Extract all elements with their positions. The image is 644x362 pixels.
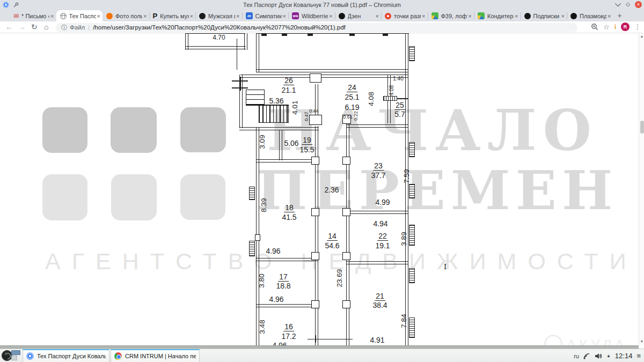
close-icon[interactable]: × bbox=[635, 1, 642, 8]
tab-5[interactable]: Мужская ве× bbox=[195, 10, 242, 21]
room-area: 37.7 bbox=[371, 171, 385, 180]
tab-close-icon[interactable]: × bbox=[283, 13, 286, 19]
app-launcher-icon[interactable] bbox=[2, 350, 12, 361]
tab-close-icon[interactable]: × bbox=[50, 13, 54, 19]
tab-close-icon[interactable]: × bbox=[236, 13, 239, 19]
address-bar[interactable]: ⓘ Файл | /home/user/Загрузки/Тех%20Паспо… bbox=[56, 23, 577, 32]
room-area: 41.5 bbox=[282, 213, 296, 221]
room-number: 26 bbox=[283, 76, 294, 85]
tab-close-icon[interactable]: × bbox=[561, 13, 565, 19]
window-title: Тех Паспорт Дуси Ковальчук 77 новый (1).… bbox=[0, 2, 644, 8]
new-tab-button[interactable]: + bbox=[613, 10, 626, 21]
desktop-pager-1[interactable] bbox=[11, 350, 20, 355]
dimension-label: 7.84 bbox=[400, 311, 408, 332]
tab-close-icon[interactable]: × bbox=[608, 13, 611, 19]
tab-favicon-icon: JD bbox=[246, 12, 253, 19]
tab-favicon-icon bbox=[199, 13, 206, 19]
wall-segment bbox=[309, 115, 322, 125]
tab-1[interactable]: ✉* Письмо «Г× bbox=[10, 10, 56, 21]
wall-segment bbox=[239, 75, 243, 128]
taskbar-button-1[interactable]: Тех Паспорт Дуси Ковальчук 77 н... bbox=[23, 349, 109, 362]
tab-13[interactable]: Плазмоиды× bbox=[567, 10, 613, 21]
stair-railing bbox=[246, 90, 265, 105]
wall-segment bbox=[347, 211, 408, 214]
tab-close-icon[interactable]: × bbox=[422, 13, 425, 19]
scrollbar-thumb[interactable] bbox=[640, 121, 644, 134]
network-icon[interactable] bbox=[583, 353, 590, 359]
room-area: 54.6 bbox=[325, 241, 339, 250]
menu-kebab-icon[interactable]: ⋮ bbox=[634, 23, 641, 31]
back-icon[interactable]: ← bbox=[5, 23, 13, 31]
dimension-label: 0.44 bbox=[309, 108, 319, 114]
tab-label: Тех Паспорт bbox=[69, 13, 96, 19]
room-number: 17 bbox=[278, 272, 289, 281]
tab-close-icon[interactable]: × bbox=[190, 13, 193, 19]
tab-close-icon[interactable]: × bbox=[97, 13, 100, 19]
floor-plan: 26 21.1 24 25.1 25 5.7 19 15.5 23 37.7 1… bbox=[0, 33, 639, 345]
tab-favicon-icon: WB bbox=[292, 12, 299, 19]
wall-segment bbox=[282, 33, 287, 36]
room-number: 23 bbox=[373, 161, 384, 170]
wall-segment bbox=[308, 33, 313, 36]
dimension-label: 4.96 bbox=[266, 247, 280, 255]
keyboard-layout[interactable]: ru bbox=[574, 353, 579, 359]
maximize-icon[interactable]: ◇ bbox=[626, 1, 630, 8]
tab-10[interactable]: Ф39, лофт-п× bbox=[428, 10, 474, 21]
dimension-label: 3.09 bbox=[258, 131, 266, 153]
taskbar-button-label: Тех Паспорт Дуси Ковальчук 77 н... bbox=[37, 353, 106, 359]
desktop-pager-2[interactable] bbox=[11, 356, 17, 360]
tab-6[interactable]: JDСимпатии× bbox=[242, 10, 289, 21]
tab-12[interactable]: Подписки× bbox=[521, 10, 567, 21]
dimension-label: 1.40 bbox=[393, 76, 403, 82]
tab-close-icon[interactable]: × bbox=[469, 13, 472, 19]
tab-favicon-icon bbox=[524, 13, 531, 19]
dimension-label: 4.08 bbox=[389, 80, 394, 101]
dimension-label: 8.39 bbox=[260, 195, 268, 216]
tab-8[interactable]: Дзен× bbox=[335, 10, 382, 21]
forward-icon[interactable]: → bbox=[18, 23, 26, 31]
scroll-up-icon[interactable]: ▲ bbox=[640, 34, 644, 38]
wall-segment bbox=[383, 33, 388, 36]
tab-close-icon[interactable]: × bbox=[329, 13, 332, 19]
wall-segment bbox=[311, 157, 319, 165]
dimension-label: 5.36 bbox=[269, 97, 283, 105]
tab-favicon-icon: P bbox=[153, 12, 158, 20]
pdf-page: НАЧАЛО ПЕРЕМЕН АГЕНТСТВО НЕДВИЖИМОСТИ АК… bbox=[0, 33, 639, 345]
vertical-scrollbar[interactable]: ▲ ▼ bbox=[639, 33, 644, 345]
tab-9[interactable]: точки разм× bbox=[381, 10, 428, 21]
tab-4[interactable]: PКупить муж× bbox=[149, 10, 196, 21]
tab-close-icon[interactable]: × bbox=[143, 13, 147, 19]
wall-segment bbox=[342, 208, 350, 216]
reload-icon[interactable]: ↻ bbox=[31, 23, 38, 31]
taskbar-button-2[interactable]: CRM INTRUM | Начало перемен, ... bbox=[111, 349, 200, 362]
wall-segment bbox=[256, 69, 408, 72]
tab-favicon-icon: ✉ bbox=[13, 12, 19, 20]
extension-icon[interactable]: i bbox=[614, 23, 616, 31]
profile-avatar[interactable]: R bbox=[621, 23, 630, 31]
url-scheme: Файл bbox=[70, 24, 85, 31]
tab-label: Мужская ве bbox=[208, 13, 235, 19]
tab-11[interactable]: Кондитерск× bbox=[474, 10, 521, 21]
wall-segment bbox=[409, 142, 415, 157]
tab-close-icon[interactable]: × bbox=[515, 13, 518, 19]
tray-menu-icon[interactable]: ≡ bbox=[636, 352, 641, 360]
scroll-down-icon[interactable]: ▼ bbox=[640, 339, 644, 343]
volume-icon[interactable] bbox=[595, 353, 602, 359]
bookmark-star-icon[interactable]: ☆ bbox=[603, 23, 610, 31]
wall-segment bbox=[409, 46, 415, 61]
tab-2[interactable]: Тех Паспорт× bbox=[56, 10, 103, 21]
chrome-icon bbox=[114, 352, 122, 360]
tab-label: * Письмо «Г bbox=[21, 13, 49, 19]
tab-label: точки разм bbox=[394, 13, 421, 19]
tray-expand-icon[interactable]: ▲ bbox=[606, 353, 611, 358]
room-number: 16 bbox=[283, 322, 294, 331]
home-icon[interactable]: ⌂ bbox=[44, 23, 48, 31]
wall-segment bbox=[255, 234, 260, 241]
tab-7[interactable]: WBWildberries× bbox=[288, 10, 335, 21]
page-info-icon[interactable]: ⓘ bbox=[61, 24, 67, 32]
clock[interactable]: 12:14 bbox=[615, 352, 633, 360]
room-number: 18 bbox=[284, 203, 295, 212]
tab-3[interactable]: Фото польз× bbox=[103, 10, 149, 21]
tab-close-icon[interactable]: × bbox=[376, 13, 379, 19]
zoom-icon[interactable] bbox=[591, 23, 598, 31]
